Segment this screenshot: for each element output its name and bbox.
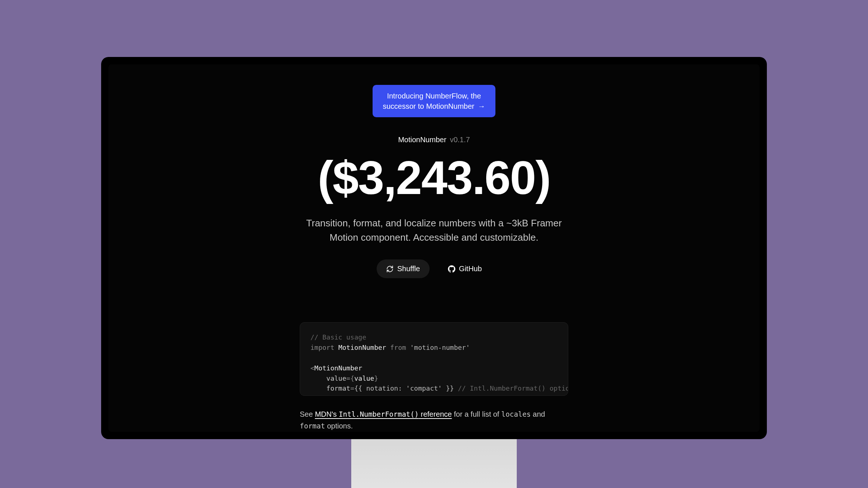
shuffle-button[interactable]: Shuffle — [377, 259, 430, 278]
code-attr: format — [326, 384, 350, 392]
code-attr: value — [326, 374, 346, 382]
announcement-line1: Introducing NumberFlow, the — [387, 92, 481, 100]
code-comment: // Intl.NumberFormat() options — [458, 384, 568, 392]
monitor-frame: Introducing NumberFlow, the successor to… — [101, 57, 767, 439]
display-number: ($3,243.60) — [318, 154, 551, 201]
code-attr: locales — [326, 395, 354, 396]
code-value: {{ notation: 'compact' }} — [354, 384, 454, 392]
screen: Introducing NumberFlow, the successor to… — [108, 64, 760, 432]
link-code: Intl.NumberFormat() — [339, 410, 419, 418]
announcement-line2: successor to MotionNumber — [383, 102, 474, 110]
code-punc: = — [346, 374, 351, 382]
footnote: See MDN's Intl.NumberFormat() reference … — [300, 408, 568, 432]
footnote-text: See — [300, 410, 315, 418]
footnote-text: options. — [325, 422, 353, 430]
code-punc: { — [350, 374, 354, 382]
link-text: MDN's — [315, 410, 339, 418]
monitor-stand — [351, 439, 517, 488]
mdn-link[interactable]: MDN's Intl.NumberFormat() reference — [315, 410, 452, 418]
code-identifier: MotionNumber — [338, 344, 386, 351]
product-version: MotionNumber v0.1.7 — [398, 136, 470, 144]
code-comment: // Intl.NumberFormat() locales — [390, 395, 510, 396]
arrow-right-icon: → — [478, 102, 485, 110]
code-keyword: import — [310, 344, 334, 351]
footnote-text: and — [531, 410, 545, 418]
code-example: // Basic usage import MotionNumber from … — [300, 322, 568, 396]
code-punc: = — [354, 395, 358, 396]
footnote-text: for a full list of — [452, 410, 501, 418]
tagline: Transition, format, and localize numbers… — [302, 216, 566, 245]
announcement-banner[interactable]: Introducing NumberFlow, the successor to… — [373, 85, 496, 117]
code-punc: < — [310, 364, 314, 372]
code-tag: MotionNumber — [314, 364, 362, 372]
github-label: GitHub — [459, 265, 482, 273]
code-string: 'motion-number' — [410, 344, 470, 351]
github-icon — [448, 265, 455, 273]
shuffle-label: Shuffle — [397, 265, 420, 273]
github-button[interactable]: GitHub — [438, 259, 491, 278]
link-text: reference — [419, 410, 452, 418]
footnote-code: locales — [501, 410, 531, 418]
code-keyword: from — [390, 344, 406, 351]
code-punc: = — [350, 384, 354, 392]
code-comment: // Basic usage — [310, 333, 366, 341]
product-name: MotionNumber — [398, 136, 446, 144]
footnote-code: format — [300, 422, 325, 430]
button-row: Shuffle GitHub — [377, 259, 491, 278]
code-string: "en-US" — [358, 395, 386, 396]
shuffle-icon — [386, 265, 394, 273]
code-punc: } — [374, 374, 378, 382]
version-number: v0.1.7 — [450, 136, 470, 144]
code-identifier: value — [354, 374, 374, 382]
